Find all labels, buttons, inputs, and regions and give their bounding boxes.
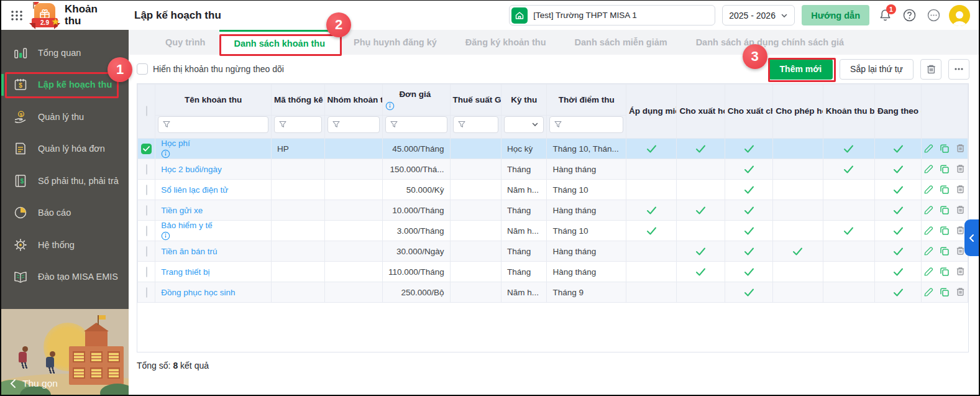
sidebar-item-bao-cao[interactable]: Báo cáo <box>1 197 129 229</box>
column-header-dang-theo-doi[interactable]: Đang theo dõi <box>875 85 922 139</box>
tab-dang-ky-khoan-thu[interactable]: Đăng ký khoản thu <box>451 30 561 55</box>
tab-phu-huynh-dang-ky[interactable]: Phụ huynh đăng ký <box>339 30 451 55</box>
delete-row-button[interactable] <box>955 266 966 277</box>
column-header-khoan-thu-bat-buoc[interactable]: Khoản thu bắt buộc <box>823 85 874 139</box>
column-header-ma-thong-ke[interactable]: Mã thống kê <box>272 85 324 116</box>
tab-quy-trinh[interactable]: Quy trình <box>151 30 219 55</box>
toolbar-actions: Thêm mới Sắp lại thứ tự <box>769 59 969 80</box>
edit-row-button[interactable] <box>923 143 934 154</box>
duplicate-row-button[interactable] <box>939 143 950 154</box>
duplicate-row-button[interactable] <box>939 266 950 277</box>
row-checkbox[interactable] <box>141 144 152 154</box>
delete-row-button[interactable] <box>955 287 966 298</box>
column-header-ap-dung-mien-giam[interactable]: Áp dụng miễn giảm <box>626 85 677 139</box>
column-header-thue-suat-gtgt[interactable]: Thuế suất GTGT <box>450 85 501 116</box>
edit-row-button[interactable] <box>923 225 934 236</box>
edit-row-button[interactable] <box>923 266 934 277</box>
row-checkbox[interactable] <box>146 226 147 236</box>
sidebar-item-quan-ly-thu[interactable]: $Quản lý thu <box>1 101 129 133</box>
column-header-nhom-khoan-thu[interactable]: Nhóm khoản thu <box>324 85 382 116</box>
delete-row-button[interactable] <box>955 163 966 175</box>
column-header-cho-xuat-hoa-don[interactable]: Cho xuất hóa đơn <box>677 85 725 139</box>
app-grid-icon[interactable] <box>9 7 25 24</box>
show-inactive-checkbox-label[interactable]: Hiển thị khoản thu ngừng theo dõi <box>137 63 284 75</box>
sidebar-collapse-button[interactable]: Thu gọn <box>9 378 58 389</box>
fee-name-link[interactable]: Bảo hiểm y tế <box>161 221 213 230</box>
fee-name-link[interactable]: Học phí <box>161 139 190 148</box>
duplicate-row-button[interactable] <box>939 205 950 216</box>
sidebar-item-so-phai-thu-phai-tra[interactable]: $Sổ phải thu, phải trả <box>1 165 129 197</box>
column-header-ky-thu[interactable]: Kỳ thu <box>501 85 547 116</box>
row-checkbox[interactable] <box>146 287 147 298</box>
filter-text-input[interactable] <box>343 120 375 129</box>
row-select-cell <box>138 282 155 303</box>
filter-select-ky-thu[interactable] <box>504 116 544 133</box>
guide-button[interactable]: Hướng dẫn <box>802 5 869 25</box>
user-avatar[interactable] <box>949 5 970 26</box>
tab-danh-sach-mien-giam[interactable]: Danh sách miễn giảm <box>561 30 682 55</box>
duplicate-row-button[interactable] <box>939 225 950 236</box>
column-header-cho-phep-hoan-tra[interactable]: Cho phép hoàn trả <box>773 85 823 139</box>
fee-name-link[interactable]: Sổ liên lạc điện tử <box>161 185 228 195</box>
duplicate-row-button[interactable] <box>939 163 950 175</box>
sidebar-item-quan-ly-hoa-don[interactable]: Quản lý hóa đơn <box>1 133 129 165</box>
school-selector[interactable]: [Test] Trường THPT MISA 1 <box>509 5 715 25</box>
delete-button[interactable] <box>920 59 941 80</box>
sidebar-item-dao-tao-misa-emis[interactable]: Đào tạo MISA EMIS <box>1 261 129 293</box>
filter-input-ten-khoan-thu[interactable] <box>158 116 268 133</box>
notification-bell-icon[interactable]: 1 <box>876 7 894 24</box>
fee-name-link[interactable]: Trang thiết bị <box>161 267 209 277</box>
filter-text-input[interactable] <box>469 120 493 129</box>
filter-input-ma-thong-ke[interactable] <box>274 116 321 133</box>
flag-cell-cho-phep-hoan-tra <box>773 139 823 159</box>
fee-name-link[interactable]: Tiền ăn bán trú <box>161 247 217 256</box>
sidebar-item-lap-ke-hoach-thu[interactable]: $Lập kế hoạch thu <box>1 69 129 101</box>
filter-input-thue-suat-gtgt[interactable] <box>453 116 498 133</box>
delete-row-button[interactable] <box>955 184 966 195</box>
more-actions-button[interactable] <box>948 59 969 80</box>
reorder-button[interactable]: Sắp lại thứ tự <box>840 59 914 80</box>
row-checkbox[interactable] <box>146 205 147 216</box>
fee-name-link[interactable]: Đồng phục học sinh <box>161 288 235 297</box>
sidebar-item-tong-quan[interactable]: Tổng quan <box>1 37 129 69</box>
add-new-button[interactable]: Thêm mới <box>769 59 833 80</box>
edit-row-button[interactable] <box>923 184 934 195</box>
filter-text-input[interactable] <box>401 120 442 129</box>
show-inactive-checkbox[interactable] <box>137 63 148 75</box>
help-icon[interactable] <box>900 7 918 24</box>
fee-name-link[interactable]: Học 2 buổi/ngày <box>161 165 222 174</box>
filter-input-thoi-diem-thu[interactable] <box>549 116 623 133</box>
fee-name-link[interactable]: Tiền gửi xe <box>161 206 203 215</box>
flag-cell-cho-phep-hoan-tra <box>773 221 823 241</box>
select-all-checkbox[interactable] <box>146 106 147 116</box>
column-header-ten-khoan-thu[interactable]: Tên khoản thu <box>155 85 272 116</box>
school-year-select[interactable]: 2025 - 2026 <box>722 5 795 25</box>
row-checkbox[interactable] <box>146 185 147 195</box>
tab-danh-sach-khoan-thu[interactable]: Danh sách khoản thu <box>219 30 339 55</box>
filter-text-input[interactable] <box>565 120 618 129</box>
panel-collapse-tab[interactable] <box>964 219 979 256</box>
edit-row-button[interactable] <box>923 287 934 298</box>
filter-input-nhom-khoan-thu[interactable] <box>327 116 380 133</box>
duplicate-row-button[interactable] <box>939 287 950 298</box>
filter-text-input[interactable] <box>290 120 316 129</box>
filter-input-don-gia[interactable] <box>385 116 447 133</box>
edit-row-button[interactable] <box>923 246 934 257</box>
duplicate-row-button[interactable] <box>939 246 950 257</box>
sidebar-item-he-thong[interactable]: Hệ thống <box>1 229 129 261</box>
delete-row-button[interactable] <box>955 205 966 216</box>
delete-row-button[interactable] <box>955 143 966 154</box>
edit-row-button[interactable] <box>923 205 934 216</box>
more-options-icon[interactable] <box>925 7 942 24</box>
filter-text-input[interactable] <box>173 120 263 129</box>
row-checkbox[interactable] <box>146 246 147 257</box>
row-checkbox[interactable] <box>146 164 147 175</box>
check-icon <box>695 247 706 256</box>
row-checkbox[interactable] <box>146 267 147 277</box>
column-header-thoi-diem-thu[interactable]: Thời điểm thu <box>547 85 626 116</box>
tab-danh-sach-ap-dung-chinh-sach-gia[interactable]: Danh sách áp dụng chính sách giá <box>682 30 859 55</box>
duplicate-row-button[interactable] <box>939 184 950 195</box>
column-header-don-gia[interactable]: Đơn giá <box>383 85 451 116</box>
column-header-cho-xuat-chung-tu[interactable]: Cho xuất chứng từ <box>725 85 772 139</box>
edit-row-button[interactable] <box>923 163 934 175</box>
